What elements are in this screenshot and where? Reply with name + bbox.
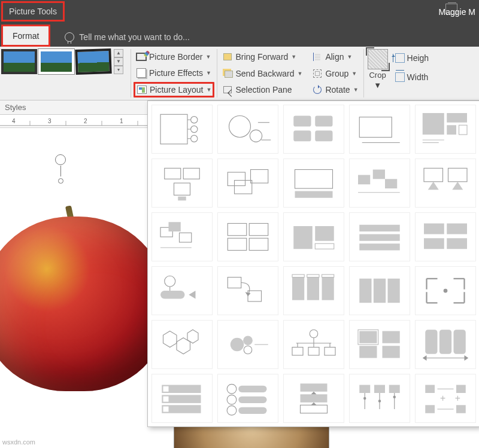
inserted-picture-apple[interactable] bbox=[0, 206, 168, 391]
tab-format[interactable]: Format bbox=[3, 26, 48, 45]
layout-option[interactable] bbox=[283, 374, 344, 423]
picture-style-thumb[interactable] bbox=[38, 49, 74, 74]
picture-style-thumb[interactable] bbox=[75, 48, 111, 75]
layout-option[interactable]: ++ bbox=[415, 374, 476, 423]
svg-rect-97 bbox=[359, 346, 377, 358]
layout-option[interactable] bbox=[415, 105, 476, 154]
svg-rect-23 bbox=[447, 113, 467, 123]
svg-rect-67 bbox=[248, 291, 262, 301]
svg-rect-59 bbox=[424, 224, 444, 234]
svg-rect-62 bbox=[447, 238, 467, 249]
layout-option[interactable] bbox=[283, 320, 344, 369]
svg-point-130 bbox=[393, 396, 396, 399]
layout-option[interactable] bbox=[217, 266, 278, 315]
layout-option[interactable] bbox=[415, 212, 476, 261]
layout-option[interactable] bbox=[349, 159, 410, 208]
svg-rect-95 bbox=[359, 331, 377, 343]
svg-rect-56 bbox=[359, 225, 400, 231]
bring-forward-button[interactable]: Bring Forward ▼ bbox=[220, 49, 305, 65]
svg-text:2: 2 bbox=[84, 118, 87, 124]
dropdown-icon: ▼ bbox=[353, 87, 359, 93]
picture-layout-button[interactable]: Picture Layout ▼ bbox=[134, 82, 214, 97]
arrow-down-icon[interactable]: ▼ bbox=[114, 57, 123, 66]
svg-rect-132 bbox=[425, 405, 435, 413]
svg-rect-73 bbox=[307, 275, 319, 278]
svg-rect-50 bbox=[249, 224, 268, 236]
layout-option[interactable] bbox=[283, 212, 344, 261]
layout-option[interactable] bbox=[151, 159, 213, 208]
layout-option[interactable] bbox=[217, 320, 278, 369]
picture-style-thumb[interactable] bbox=[1, 49, 37, 74]
picture-styles-gallery[interactable]: ▲ ▼ ▾ bbox=[0, 47, 131, 100]
layout-option[interactable] bbox=[217, 374, 278, 423]
svg-point-113 bbox=[227, 395, 237, 404]
svg-rect-131 bbox=[425, 385, 435, 394]
layout-option[interactable] bbox=[349, 266, 410, 315]
gallery-more-icon[interactable]: ▾ bbox=[114, 66, 123, 74]
svg-rect-41 bbox=[424, 168, 443, 182]
layout-option[interactable] bbox=[217, 159, 278, 208]
layout-option[interactable] bbox=[349, 105, 410, 154]
ribbon-tab-strip: Format Tell me what you want to do... bbox=[0, 24, 479, 47]
crop-icon bbox=[368, 49, 388, 69]
layout-option[interactable] bbox=[349, 320, 410, 369]
svg-point-12 bbox=[229, 116, 251, 138]
layout-option[interactable] bbox=[415, 320, 476, 369]
group-button[interactable]: Group ▼ bbox=[310, 66, 360, 81]
svg-rect-32 bbox=[228, 172, 245, 186]
svg-rect-36 bbox=[295, 191, 333, 198]
layout-option[interactable] bbox=[415, 159, 476, 208]
arrow-up-icon[interactable]: ▲ bbox=[114, 49, 123, 57]
svg-marker-43 bbox=[428, 182, 439, 190]
layout-option[interactable] bbox=[151, 105, 213, 154]
align-button[interactable]: Align ▼ bbox=[310, 49, 360, 65]
svg-rect-112 bbox=[238, 386, 266, 392]
dropdown-icon: ▼ bbox=[205, 54, 211, 60]
picture-effects-button[interactable]: Picture Effects ▼ bbox=[134, 66, 214, 81]
svg-marker-79 bbox=[163, 331, 177, 348]
picture-border-button[interactable]: Picture Border ▼ bbox=[134, 49, 214, 65]
ruler-mark: 4 bbox=[12, 118, 16, 124]
layout-option[interactable] bbox=[283, 159, 344, 208]
ribbon: ▲ ▼ ▾ Picture Border ▼ Picture Effects ▼… bbox=[0, 47, 479, 100]
lightbulb-icon bbox=[65, 32, 74, 42]
label: Width bbox=[407, 72, 429, 82]
layout-option[interactable] bbox=[349, 374, 410, 423]
svg-rect-102 bbox=[454, 330, 466, 354]
send-backward-button[interactable]: Send Backward ▼ bbox=[220, 66, 305, 81]
svg-marker-65 bbox=[189, 291, 195, 299]
width-field[interactable]: Width bbox=[393, 71, 432, 84]
crop-button[interactable]: Crop ▼ bbox=[368, 49, 388, 90]
gallery-scroll[interactable]: ▲ ▼ ▾ bbox=[114, 49, 123, 74]
layout-option[interactable] bbox=[217, 105, 278, 154]
group-icon bbox=[312, 68, 323, 79]
selection-pane-button[interactable]: Selection Pane bbox=[220, 82, 305, 97]
layout-option[interactable] bbox=[217, 212, 278, 261]
layout-option[interactable] bbox=[151, 266, 213, 315]
picture-border-icon bbox=[136, 51, 147, 62]
tell-me-search[interactable]: Tell me what you want to do... bbox=[65, 32, 189, 47]
rotate-button[interactable]: Rotate ▼ bbox=[310, 82, 360, 97]
svg-rect-90 bbox=[308, 348, 319, 356]
svg-rect-69 bbox=[292, 278, 304, 300]
height-field[interactable]: Heigh bbox=[393, 51, 432, 65]
svg-rect-134 bbox=[456, 405, 466, 413]
layout-option[interactable] bbox=[151, 212, 213, 261]
svg-rect-37 bbox=[358, 175, 370, 185]
svg-rect-46 bbox=[169, 222, 181, 231]
svg-rect-38 bbox=[373, 170, 385, 179]
svg-rect-109 bbox=[163, 397, 169, 402]
svg-rect-51 bbox=[228, 238, 247, 250]
selection-handle[interactable] bbox=[58, 178, 63, 184]
layout-option[interactable] bbox=[283, 266, 344, 315]
svg-rect-17 bbox=[315, 116, 332, 127]
layout-option[interactable] bbox=[151, 320, 213, 369]
layout-option[interactable] bbox=[349, 212, 410, 261]
apple-body bbox=[0, 217, 168, 391]
layout-option[interactable] bbox=[151, 374, 213, 423]
rotation-handle[interactable] bbox=[55, 154, 66, 165]
layout-option[interactable] bbox=[283, 105, 344, 154]
layout-option[interactable] bbox=[415, 266, 476, 315]
svg-rect-122 bbox=[359, 385, 370, 394]
svg-point-63 bbox=[165, 276, 175, 287]
